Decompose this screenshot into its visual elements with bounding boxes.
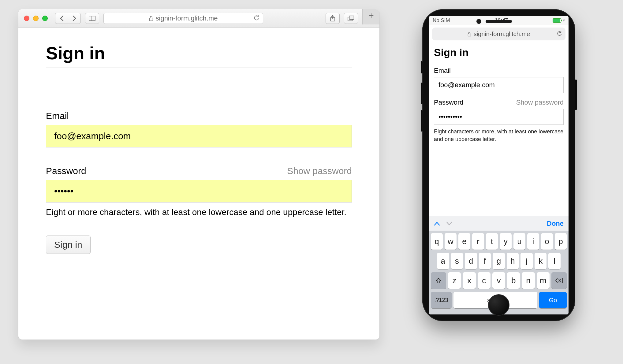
show-password-toggle[interactable]: Show password: [287, 166, 352, 176]
volume-up-button: [421, 83, 423, 104]
key-x[interactable]: x: [463, 272, 476, 289]
key-g[interactable]: g: [493, 253, 505, 269]
key-k[interactable]: k: [535, 253, 547, 269]
key-d[interactable]: d: [465, 253, 477, 269]
shift-key[interactable]: [431, 272, 446, 289]
tabs-button[interactable]: [344, 13, 358, 24]
title-divider: [434, 61, 564, 61]
key-h[interactable]: h: [507, 253, 519, 269]
nav-back-forward: [55, 13, 81, 24]
svg-rect-6: [349, 16, 354, 19]
page-content: Sign in Email Password Show password Eig…: [18, 28, 379, 340]
key-v[interactable]: v: [492, 272, 505, 289]
key-w[interactable]: w: [445, 233, 457, 250]
email-field-group: Email: [434, 67, 564, 93]
front-camera-icon: [476, 19, 481, 24]
ios-address-host: signin-form.glitch.me: [474, 31, 530, 38]
key-y[interactable]: y: [500, 233, 512, 250]
key-t[interactable]: t: [486, 233, 498, 250]
backspace-key[interactable]: [551, 272, 567, 289]
key-j[interactable]: j: [520, 253, 533, 269]
lock-icon: [149, 16, 153, 21]
volume-down-button: [421, 110, 423, 132]
keyboard-row-1: qwertyuiop: [431, 233, 567, 250]
key-r[interactable]: r: [472, 233, 484, 250]
key-z[interactable]: z: [448, 272, 461, 289]
svg-rect-0: [89, 16, 95, 20]
battery-icon: [553, 18, 561, 23]
keyboard-done-button[interactable]: Done: [547, 220, 564, 228]
key-l[interactable]: l: [548, 253, 561, 269]
email-field-group: Email: [46, 111, 352, 147]
email-label: Email: [434, 67, 451, 75]
charging-icon: ⚡︎: [562, 18, 565, 23]
page-title: Sign in: [434, 46, 564, 58]
password-input[interactable]: [46, 180, 352, 202]
email-label: Email: [46, 111, 69, 121]
new-tab-button[interactable]: ＋: [362, 9, 379, 24]
go-key[interactable]: Go: [539, 292, 567, 308]
back-button[interactable]: [55, 13, 68, 24]
keyboard-accessory-bar: Done: [429, 216, 569, 231]
key-e[interactable]: e: [458, 233, 470, 250]
speaker-grill-icon: [486, 20, 512, 23]
password-label: Password: [434, 98, 464, 106]
key-f[interactable]: f: [479, 253, 491, 269]
safari-toolbar: signin-form.glitch.me ＋: [18, 9, 379, 28]
iphone-device: No SIM 16:47 ⚡︎ signin-form.glitch.me Si…: [422, 9, 575, 321]
ios-address-bar[interactable]: signin-form.glitch.me: [432, 28, 565, 40]
key-o[interactable]: o: [541, 233, 553, 250]
password-input[interactable]: [434, 109, 564, 125]
key-q[interactable]: q: [431, 233, 443, 250]
safari-window: signin-form.glitch.me ＋ Sign in Email Pa…: [18, 9, 379, 340]
svg-rect-7: [468, 34, 471, 36]
sidebar-button[interactable]: [85, 13, 99, 24]
password-field-group: Password Show password Eight characters …: [434, 98, 564, 143]
lock-icon: [468, 32, 471, 36]
show-password-toggle[interactable]: Show password: [516, 98, 564, 106]
window-controls: [24, 16, 48, 21]
iphone-top-sensors: [476, 19, 521, 24]
key-s[interactable]: s: [451, 253, 463, 269]
battery-indicator: ⚡︎: [553, 18, 565, 23]
close-window-button[interactable]: [24, 16, 29, 21]
forward-button[interactable]: [68, 13, 81, 24]
minimize-window-button[interactable]: [33, 16, 39, 21]
form-next-button[interactable]: [446, 221, 452, 226]
key-n[interactable]: n: [522, 272, 535, 289]
home-button[interactable]: [488, 294, 509, 316]
title-divider: [46, 68, 352, 68]
iphone-screen: No SIM 16:47 ⚡︎ signin-form.glitch.me Si…: [429, 16, 569, 314]
password-hint: Eight characters or more, with at least …: [434, 128, 564, 143]
power-button: [575, 80, 577, 110]
keyboard-row-3: zxcvbnm: [431, 272, 567, 289]
keyboard-row-2: asdfghjkl: [431, 253, 567, 269]
key-a[interactable]: a: [437, 253, 449, 269]
form-prev-button[interactable]: [434, 221, 440, 226]
address-bar[interactable]: signin-form.glitch.me: [103, 13, 263, 24]
password-field-group: Password Show password Eight or more cha…: [46, 166, 352, 217]
keyboard-row-3-letters: zxcvbnm: [448, 272, 550, 289]
page-title: Sign in: [46, 43, 352, 63]
share-button[interactable]: [326, 13, 340, 24]
svg-rect-2: [149, 18, 153, 21]
mute-switch: [421, 61, 423, 73]
key-p[interactable]: p: [555, 233, 567, 250]
key-m[interactable]: m: [537, 272, 550, 289]
key-u[interactable]: u: [513, 233, 525, 250]
password-hint: Eight or more characters, with at least …: [46, 207, 352, 217]
password-label: Password: [46, 166, 86, 176]
carrier-label: No SIM: [433, 17, 450, 24]
reload-icon[interactable]: [254, 15, 259, 21]
ios-page-content: Sign in Email Password Show password Eig…: [429, 43, 569, 216]
email-input[interactable]: [434, 77, 564, 93]
sign-in-button[interactable]: Sign in: [46, 236, 91, 254]
keyboard-mode-key[interactable]: .?123: [431, 292, 452, 308]
fullscreen-window-button[interactable]: [42, 16, 48, 21]
key-b[interactable]: b: [507, 272, 520, 289]
email-input[interactable]: [46, 125, 352, 147]
key-c[interactable]: c: [478, 272, 491, 289]
address-bar-host: signin-form.glitch.me: [156, 14, 218, 22]
key-i[interactable]: i: [527, 233, 539, 250]
reload-icon[interactable]: [557, 31, 562, 37]
